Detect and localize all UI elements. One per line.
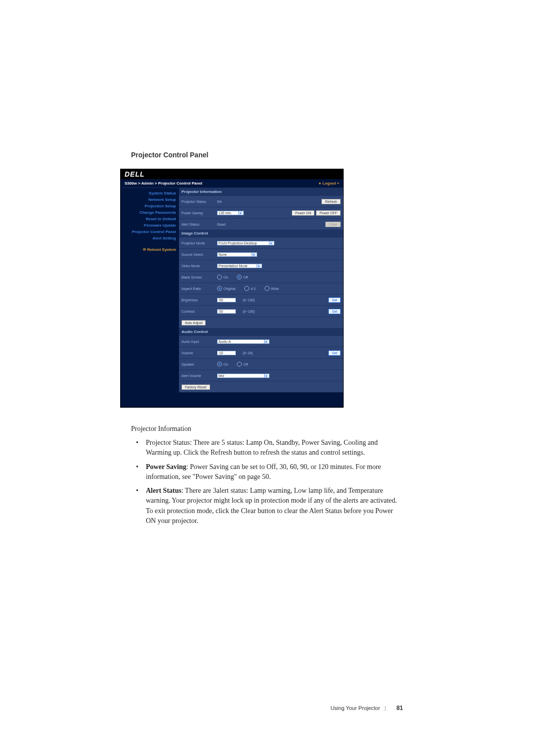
group-projector-info: Projector Information bbox=[179, 188, 343, 195]
value-alert-status: Good bbox=[217, 223, 225, 226]
power-off-button[interactable]: Power OFF bbox=[316, 210, 341, 216]
audio-input-select[interactable]: Audio-A▾ bbox=[217, 339, 269, 344]
video-mode-select[interactable]: Presentation Mode▾ bbox=[217, 264, 262, 268]
footer-section: Using Your Projector bbox=[330, 705, 380, 711]
power-saving-select[interactable]: 120 min.▾ bbox=[217, 211, 244, 215]
speaker-off-label: Off bbox=[243, 363, 248, 366]
label-source-select: Source Select bbox=[181, 253, 217, 256]
logout-link[interactable]: Logout » bbox=[318, 181, 339, 186]
contrast-range: (0~100) bbox=[243, 310, 255, 313]
row-power-saving: Power Saving 120 min.▾ Power ON Power OF… bbox=[179, 207, 343, 218]
speaker-off-radio[interactable] bbox=[237, 362, 242, 367]
breadcrumb: S300w > Admin > Projector Control Panel bbox=[125, 181, 202, 186]
page-footer: Using Your Projector | 81 bbox=[330, 705, 403, 711]
blank-on-label: On bbox=[223, 276, 228, 279]
brightness-set-button[interactable]: Set bbox=[328, 297, 341, 303]
sidebar-reboot-label: Reboot System bbox=[147, 247, 176, 252]
brightness-range: (0~100) bbox=[243, 298, 255, 302]
chevron-down-icon: ▾ bbox=[269, 241, 273, 245]
projector-mode-select[interactable]: Front Projection-Desktop▾ bbox=[217, 241, 274, 245]
label-alert-volume: Alert Volume bbox=[181, 374, 217, 378]
chevron-down-icon: ▾ bbox=[238, 211, 242, 215]
label-aspect-ratio: Aspect Ratio bbox=[181, 287, 217, 290]
sidebar-item-projection-setup[interactable]: Projection Setup bbox=[121, 203, 179, 209]
projector-panel-screenshot: DELL S300w > Admin > Projector Control P… bbox=[120, 169, 344, 408]
label-blank-screen: Blank Screen bbox=[181, 276, 217, 279]
label-volume: Volume bbox=[181, 351, 217, 355]
aspect-43-label: 4:3 bbox=[251, 287, 256, 290]
auto-adjust-button[interactable]: Auto Adjust bbox=[181, 320, 206, 326]
speaker-on-radio[interactable] bbox=[217, 362, 222, 367]
label-projector-status: Projector Status bbox=[181, 200, 217, 203]
blank-off-label: Off bbox=[243, 276, 248, 279]
bullet-1: Projector Status: There are 5 status: La… bbox=[146, 438, 403, 458]
panel-footer bbox=[121, 392, 343, 407]
row-audio-input: Audio Input Audio-A▾ bbox=[179, 335, 343, 347]
chevron-down-icon: ▾ bbox=[264, 374, 268, 378]
group-image-control: Image Control bbox=[179, 230, 343, 237]
label-power-saving: Power Saving bbox=[181, 211, 217, 215]
clear-button[interactable]: Clear bbox=[325, 222, 341, 227]
label-projector-mode: Projector Mode bbox=[181, 241, 217, 245]
row-speaker: Speaker On Off bbox=[179, 358, 343, 370]
row-volume: Volume 10 (0~20) Set bbox=[179, 347, 343, 358]
source-select[interactable]: None▾ bbox=[217, 252, 257, 257]
power-on-button[interactable]: Power ON bbox=[292, 210, 314, 216]
row-alert-volume: Alert Volume Mid▾ bbox=[179, 370, 343, 381]
row-contrast: Contrast 50 (0~100) Set bbox=[179, 305, 343, 317]
sidebar: System Status Network Setup Projection S… bbox=[121, 188, 179, 392]
sub-heading: Projector Information bbox=[131, 425, 403, 433]
alert-volume-select[interactable]: Mid▾ bbox=[217, 374, 269, 378]
label-video-mode: Video Mode bbox=[181, 264, 217, 268]
breadcrumb-row: S300w > Admin > Projector Control Panel … bbox=[121, 179, 343, 188]
volume-set-button[interactable]: Set bbox=[328, 350, 341, 356]
label-audio-input: Audio Input bbox=[181, 340, 217, 343]
bullet-list: Projector Status: There are 5 status: La… bbox=[131, 438, 403, 526]
sidebar-item-system-status[interactable]: System Status bbox=[121, 190, 179, 196]
factory-reset-button[interactable]: Factory Reset bbox=[181, 384, 210, 390]
row-aspect-ratio: Aspect Ratio Original 4:3 Wide bbox=[179, 283, 343, 294]
reboot-icon: ⟳ bbox=[143, 247, 146, 252]
sidebar-item-change-passwords[interactable]: Change Passwords bbox=[121, 209, 179, 216]
bullet-3-rest: : There are 3alert status: Lamp warning,… bbox=[146, 487, 397, 524]
refresh-button[interactable]: Refresh bbox=[321, 199, 341, 204]
aspect-wide-label: Wide bbox=[271, 287, 279, 290]
row-source-select: Source Select None▾ bbox=[179, 248, 343, 260]
volume-range: (0~20) bbox=[243, 351, 253, 355]
blank-off-radio[interactable] bbox=[237, 275, 242, 280]
label-brightness: Brightness bbox=[181, 298, 217, 302]
page-heading: Projector Control Panel bbox=[131, 151, 403, 159]
row-blank-screen: Blank Screen On Off bbox=[179, 271, 343, 283]
value-projector-status: On bbox=[217, 200, 222, 203]
sidebar-item-network-setup[interactable]: Network Setup bbox=[121, 196, 179, 203]
contrast-set-button[interactable]: Set bbox=[328, 309, 341, 314]
row-projector-status: Projector Status On Refresh bbox=[179, 195, 343, 207]
sidebar-item-projector-control[interactable]: Projector Control Panel bbox=[121, 229, 179, 235]
contrast-input[interactable]: 50 bbox=[217, 309, 236, 314]
sidebar-item-firmware-update[interactable]: Firmware Update bbox=[121, 222, 179, 229]
blank-on-radio[interactable] bbox=[217, 275, 222, 280]
dell-logo: DELL bbox=[125, 170, 145, 178]
chevron-down-icon: ▾ bbox=[264, 340, 268, 343]
bullet-3-bold: Alert Status bbox=[146, 487, 181, 494]
page-number: 81 bbox=[397, 705, 403, 711]
label-alert-status: Alert Status bbox=[181, 223, 217, 226]
main-panel: Projector Information Projector Status O… bbox=[179, 188, 343, 392]
panel-header-bar: DELL bbox=[121, 169, 343, 179]
sidebar-item-reboot[interactable]: ⟳Reboot System bbox=[121, 246, 179, 253]
row-factory-reset: Factory Reset bbox=[179, 381, 343, 392]
speaker-on-label: On bbox=[223, 363, 228, 366]
row-alert-status: Alert Status Good Clear bbox=[179, 218, 343, 230]
bullet-3: Alert Status: There are 3alert status: L… bbox=[146, 486, 403, 526]
aspect-original-radio[interactable] bbox=[217, 286, 222, 291]
row-projector-mode: Projector Mode Front Projection-Desktop▾ bbox=[179, 237, 343, 248]
aspect-43-radio[interactable] bbox=[244, 286, 249, 291]
chevron-down-icon: ▾ bbox=[257, 264, 261, 268]
row-video-mode: Video Mode Presentation Mode▾ bbox=[179, 260, 343, 271]
sidebar-item-alert-setting[interactable]: Alert Setting bbox=[121, 235, 179, 241]
chevron-down-icon: ▾ bbox=[252, 253, 256, 256]
brightness-input[interactable]: 50 bbox=[217, 298, 236, 302]
volume-input[interactable]: 10 bbox=[217, 351, 236, 355]
aspect-wide-radio[interactable] bbox=[265, 286, 269, 291]
sidebar-item-reset-default[interactable]: Reset to Default bbox=[121, 216, 179, 222]
